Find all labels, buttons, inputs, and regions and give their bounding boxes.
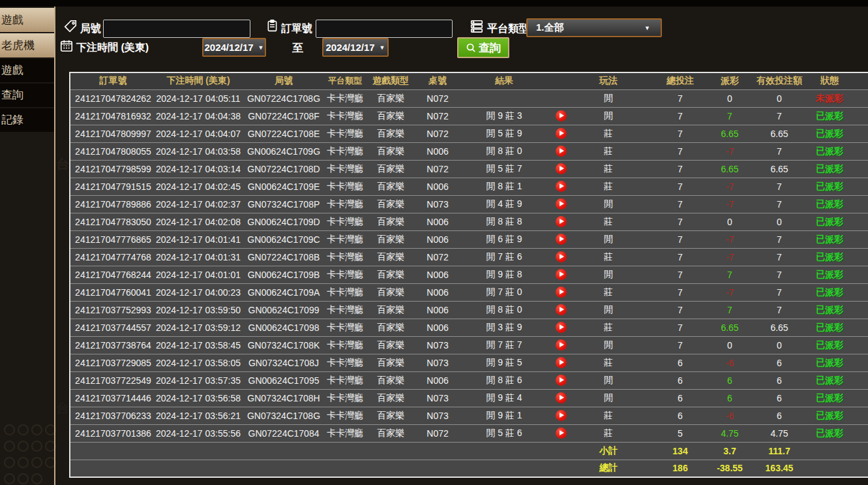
cell-table-no: N073 — [418, 407, 457, 424]
col-order-id: 訂單號 — [70, 72, 156, 89]
sidebar-item-records[interactable]: 記錄 — [0, 108, 54, 132]
replay-button[interactable] — [556, 216, 567, 227]
table-row: 2412170377225492024-12-17 03:57:35GN0062… — [70, 371, 868, 389]
cell-platform: 卡卡灣廳 — [327, 371, 363, 389]
replay-button[interactable] — [556, 146, 567, 157]
sidebar-item-games[interactable]: 遊戲 — [0, 59, 54, 82]
sidebar-item-query[interactable]: 查詢 — [0, 84, 54, 107]
search-button[interactable]: 查詢 — [457, 37, 509, 58]
round-id-input[interactable] — [103, 20, 250, 38]
cell-valid-bet: 7 — [745, 283, 813, 301]
replay-button[interactable] — [556, 269, 567, 280]
cell-bet-time: 2024-12-17 04:02:45 — [156, 178, 241, 195]
cell-total-bet: 7 — [646, 142, 714, 160]
cell-game-type: 百家樂 — [363, 178, 418, 195]
cell-valid-bet: 6 — [745, 407, 813, 424]
sidebar-item-live-games[interactable]: 遊戲 — [0, 8, 54, 32]
replay-button[interactable] — [556, 110, 567, 121]
cell-platform: 卡卡灣廳 — [327, 354, 363, 371]
cell-payout: 6 — [714, 371, 745, 389]
cell-bet-time: 2024-12-17 03:57:35 — [156, 371, 241, 389]
cell-bet-type: 閒 — [571, 89, 646, 107]
col-status: 狀態 — [813, 72, 846, 89]
cell-table-no: N006 — [418, 371, 457, 389]
cell-order-id: 241217047798599 — [70, 160, 156, 178]
replay-button[interactable] — [556, 128, 567, 139]
replay-button[interactable] — [556, 198, 567, 210]
replay-button[interactable] — [556, 322, 567, 333]
subtotal-valid-bet: 111.7 — [745, 442, 813, 460]
replay-button[interactable] — [556, 304, 567, 315]
sidebar-item-label: 老虎機 — [0, 39, 35, 52]
replay-button[interactable] — [556, 428, 567, 439]
replay-button[interactable] — [556, 410, 567, 421]
cell-bet-type: 莊 — [571, 160, 646, 178]
cell-bet-type: 閒 — [571, 107, 646, 125]
replay-button[interactable] — [556, 287, 567, 298]
cell-bet-type: 莊 — [571, 125, 646, 142]
cell-replay — [551, 248, 571, 266]
grand-total-extra-spacer — [846, 460, 868, 477]
cell-bet-type: 莊 — [571, 248, 646, 266]
replay-button[interactable] — [556, 234, 567, 245]
subtotal-status-spacer — [813, 442, 846, 460]
clipboard-icon — [265, 19, 279, 33]
cell-platform: 卡卡灣廳 — [327, 107, 363, 125]
cell-valid-bet: 7 — [745, 107, 813, 125]
cell-order-id: 241217037701386 — [70, 424, 156, 442]
cell-replay — [551, 319, 571, 336]
cell-replay — [551, 266, 571, 283]
order-id-input[interactable] — [316, 20, 453, 38]
search-icon — [466, 42, 477, 54]
col-replay — [551, 72, 571, 89]
cell-replay — [551, 354, 571, 371]
sidebar-item-label: 記錄 — [0, 114, 23, 126]
table-row: 2412170377013862024-12-17 03:55:56GN0722… — [70, 424, 868, 442]
replay-button[interactable] — [556, 392, 567, 403]
cell-extra — [846, 178, 868, 195]
replay-button[interactable] — [556, 181, 567, 192]
cell-order-id: 241217037706233 — [70, 407, 156, 424]
cell-payout: -7 — [714, 195, 745, 213]
cell-platform: 卡卡灣廳 — [327, 89, 363, 107]
cell-bet-time: 2024-12-17 04:01:41 — [156, 230, 241, 248]
cell-table-no: N072 — [418, 248, 457, 266]
cell-result: 閒 8 莊 8 — [457, 213, 551, 230]
cell-replay — [551, 389, 571, 407]
cell-game-type: 百家樂 — [363, 283, 418, 301]
cell-order-id: 241217047816932 — [70, 107, 156, 125]
date-to-picker[interactable]: 2024/12/17 ▼ — [322, 38, 389, 57]
cell-total-bet: 7 — [646, 336, 714, 354]
cell-result: 閒 5 莊 9 — [457, 125, 551, 142]
table-row: 2412170377445572024-12-17 03:59:12GN0062… — [70, 319, 868, 336]
background-ghost-chips — [3, 423, 68, 485]
cell-extra — [846, 248, 868, 266]
cell-round-id: GN07224C1708G — [241, 89, 327, 107]
replay-button[interactable] — [556, 339, 567, 351]
platform-type-select[interactable]: 1.全部 ▼ — [526, 18, 662, 37]
replay-button[interactable] — [556, 163, 567, 174]
cell-bet-type: 莊 — [571, 213, 646, 230]
date-from-picker[interactable]: 2024/12/17 ▼ — [202, 38, 266, 57]
sidebar-item-slots[interactable]: 老虎機 — [0, 33, 54, 57]
cell-round-id: GN07224C1708D — [241, 160, 327, 178]
cell-round-id: GN00624C17099 — [241, 301, 327, 319]
cell-bet-time: 2024-12-17 04:04:07 — [156, 125, 241, 142]
replay-button[interactable] — [556, 251, 567, 262]
subtotal-payout: 3.7 — [714, 442, 745, 460]
cell-replay — [551, 213, 571, 230]
cell-order-id: 241217047768244 — [70, 266, 156, 283]
cell-total-bet: 7 — [646, 160, 714, 178]
replay-button[interactable] — [556, 357, 567, 368]
cell-round-id: GN07224C1708B — [241, 248, 327, 266]
cell-result: 閒 8 莊 0 — [457, 142, 551, 160]
cell-payout: 6 — [714, 389, 745, 407]
cell-replay — [551, 160, 571, 178]
cell-bet-time: 2024-12-17 03:56:58 — [156, 389, 241, 407]
cell-total-bet: 7 — [646, 178, 714, 195]
sidebar-divider — [54, 7, 55, 485]
cell-platform: 卡卡灣廳 — [327, 407, 363, 424]
replay-button[interactable] — [556, 375, 567, 386]
cell-bet-type: 莊 — [571, 407, 646, 424]
cell-table-no: N073 — [418, 389, 457, 407]
